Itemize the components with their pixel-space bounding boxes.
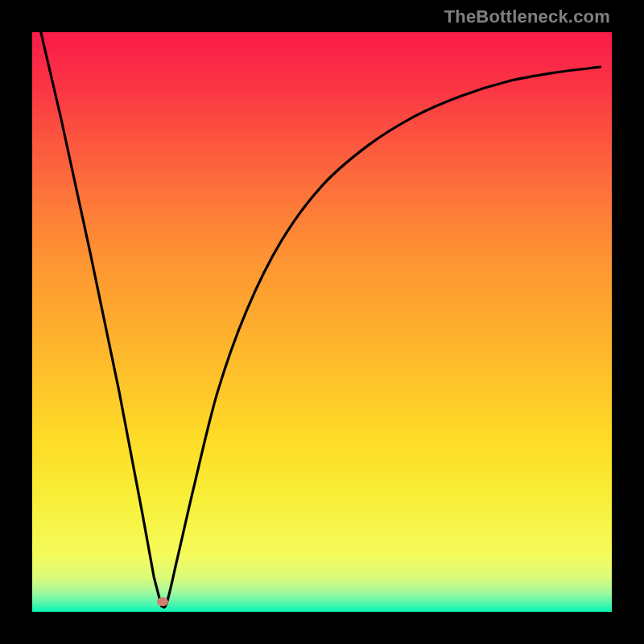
curve-svg — [32, 32, 612, 612]
bottleneck-curve — [41, 32, 601, 607]
chart-frame: TheBottleneck.com — [0, 0, 644, 644]
plot-area — [32, 32, 612, 612]
watermark-text: TheBottleneck.com — [444, 6, 610, 27]
